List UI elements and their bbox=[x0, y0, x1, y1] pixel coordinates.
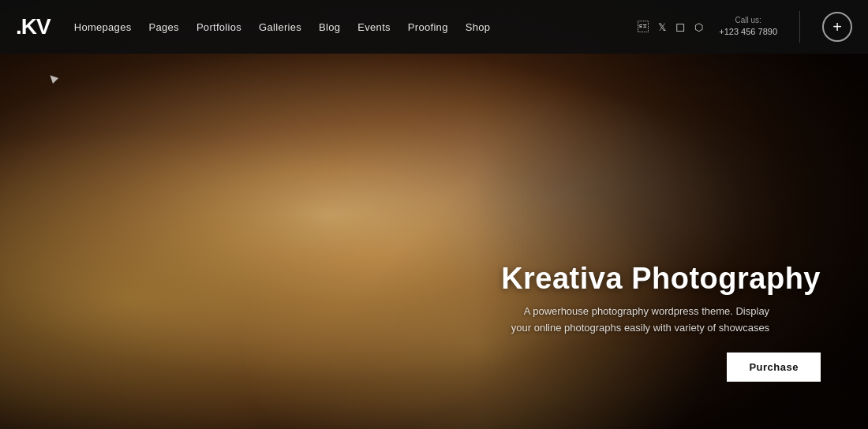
nav-item-shop[interactable]: Shop bbox=[466, 20, 491, 34]
nav-item-proofing[interactable]: Proofing bbox=[408, 20, 448, 34]
navbar: .KV Homepages Pages Portfolios Galleries… bbox=[0, 0, 868, 54]
call-label: Call us: bbox=[719, 15, 777, 26]
nav-item-portfolios[interactable]: Portfolios bbox=[196, 20, 241, 34]
nav-menu: Homepages Pages Portfolios Galleries Blo… bbox=[74, 20, 491, 34]
logo[interactable]: .KV bbox=[16, 14, 51, 39]
500px-icon[interactable]: ⬡ bbox=[694, 21, 703, 33]
plus-button[interactable]: + bbox=[822, 12, 852, 42]
twitter-icon[interactable]: 𝕏 bbox=[658, 21, 666, 33]
nav-left: .KV Homepages Pages Portfolios Galleries… bbox=[16, 14, 490, 39]
call-info: Call us: +123 456 7890 bbox=[719, 15, 777, 38]
social-icons:  𝕏 ◻ ⬡ bbox=[638, 20, 703, 34]
nav-item-pages[interactable]: Pages bbox=[149, 20, 179, 34]
instagram-icon[interactable]: ◻ bbox=[675, 20, 685, 34]
nav-item-homepages[interactable]: Homepages bbox=[74, 20, 132, 34]
hero-content: Kreativa Photography A powerhouse photog… bbox=[501, 262, 821, 382]
nav-divider bbox=[799, 11, 800, 43]
hero-subtitle: A powerhouse photography wordpress theme… bbox=[501, 304, 769, 337]
nav-item-galleries[interactable]: Galleries bbox=[259, 20, 301, 34]
phone-number: +123 456 7890 bbox=[719, 26, 777, 38]
facebook-icon[interactable]:  bbox=[638, 21, 649, 33]
nav-right:  𝕏 ◻ ⬡ Call us: +123 456 7890 + bbox=[638, 11, 852, 43]
nav-item-blog[interactable]: Blog bbox=[319, 20, 340, 34]
cursor-indicator bbox=[49, 74, 58, 84]
hero-title: Kreativa Photography bbox=[501, 262, 821, 296]
nav-item-events[interactable]: Events bbox=[357, 20, 391, 34]
purchase-button[interactable]: Purchase bbox=[727, 353, 821, 382]
